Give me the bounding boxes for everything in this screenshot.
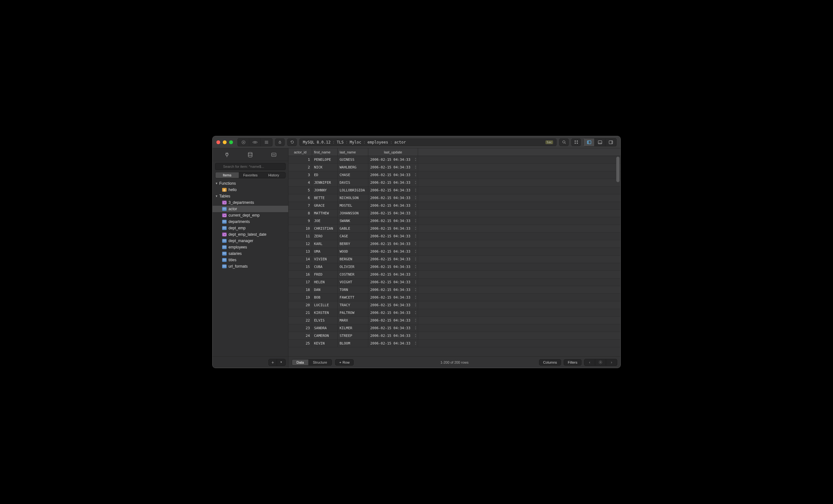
cell-last-update[interactable]: 2006-02-15 04:34:33▲▼	[368, 271, 418, 278]
cell-last-update[interactable]: 2006-02-15 04:34:33▲▼	[368, 156, 418, 163]
cell-last-name[interactable]: JOHANSSON	[338, 209, 368, 217]
cell-actor-id[interactable]: 15	[288, 263, 312, 271]
cell-actor-id[interactable]: 22	[288, 317, 312, 324]
datetime-stepper[interactable]: ▲▼	[414, 318, 417, 322]
cell-first-name[interactable]: JOE	[312, 217, 338, 225]
cell-last-name[interactable]: VOIGHT	[338, 278, 368, 286]
tree-section-functions[interactable]: ▼ Functions	[213, 180, 288, 186]
column-header-first-name[interactable]: first_name	[312, 148, 338, 156]
segment-favorites[interactable]: Favorites	[239, 172, 262, 178]
cell-last-update[interactable]: 2006-02-15 04:34:33▲▼	[368, 209, 418, 217]
datetime-stepper[interactable]: ▲▼	[414, 203, 417, 207]
tree-item-dept_manager[interactable]: dept_manager	[213, 238, 288, 244]
cell-last-update[interactable]: 2006-02-15 04:34:33▲▼	[368, 171, 418, 179]
cell-first-name[interactable]: HELEN	[312, 278, 338, 286]
table-row[interactable]: 2NICKWAHLBERG2006-02-15 04:34:33▲▼	[288, 163, 620, 171]
table-row[interactable]: 4JENNIFERDAVIS2006-02-15 04:34:33▲▼	[288, 179, 620, 186]
view-mode-structure[interactable]: Structure	[308, 359, 332, 365]
cell-first-name[interactable]: VIVIEN	[312, 255, 338, 263]
cell-last-name[interactable]: BERRY	[338, 240, 368, 248]
cell-last-update[interactable]: 2006-02-15 04:34:33▲▼	[368, 186, 418, 194]
cell-actor-id[interactable]: 8	[288, 209, 312, 217]
tree-item-dept_emp[interactable]: dept_emp	[213, 225, 288, 231]
segment-history[interactable]: History	[262, 172, 285, 178]
datetime-stepper[interactable]: ▲▼	[414, 264, 417, 269]
table-row[interactable]: 20LUCILLETRACY2006-02-15 04:34:33▲▼	[288, 301, 620, 309]
cell-last-update[interactable]: 2006-02-15 04:34:33▲▼	[368, 278, 418, 286]
tree-item-3_departments[interactable]: 3_departments	[213, 199, 288, 206]
cell-last-name[interactable]: NICHOLSON	[338, 194, 368, 202]
cell-first-name[interactable]: MATTHEW	[312, 209, 338, 217]
datetime-stepper[interactable]: ▲▼	[414, 180, 417, 184]
cell-last-update[interactable]: 2006-02-15 04:34:33▲▼	[368, 232, 418, 240]
cell-first-name[interactable]: BOB	[312, 294, 338, 301]
cell-last-name[interactable]: SWANK	[338, 217, 368, 225]
close-window-button[interactable]	[216, 140, 220, 144]
cell-last-name[interactable]: TRACY	[338, 301, 368, 309]
table-row[interactable]: 9JOESWANK2006-02-15 04:34:33▲▼	[288, 217, 620, 225]
cell-actor-id[interactable]: 2	[288, 163, 312, 171]
cell-actor-id[interactable]: 19	[288, 294, 312, 301]
datetime-stepper[interactable]: ▲▼	[414, 157, 417, 161]
table-row[interactable]: 19BOBFAWCETT2006-02-15 04:34:33▲▼	[288, 294, 620, 301]
filters-button[interactable]: Filters	[564, 359, 581, 366]
toggle-bottom-panel-button[interactable]	[595, 138, 605, 146]
cell-last-name[interactable]: FAWCETT	[338, 294, 368, 301]
cell-last-update[interactable]: 2006-02-15 04:34:33▲▼	[368, 301, 418, 309]
column-header-last-update[interactable]: last_update	[368, 148, 418, 156]
datetime-stepper[interactable]: ▲▼	[414, 219, 417, 223]
cell-last-name[interactable]: MOSTEL	[338, 202, 368, 209]
table-row[interactable]: 1PENELOPEGUINESS2006-02-15 04:34:33▲▼	[288, 156, 620, 163]
grid-button[interactable]	[571, 138, 581, 146]
preview-button[interactable]	[249, 138, 261, 146]
datetime-stepper[interactable]: ▲▼	[414, 333, 417, 337]
cell-actor-id[interactable]: 3	[288, 171, 312, 179]
datetime-stepper[interactable]: ▲▼	[414, 234, 417, 238]
column-header-actor-id[interactable]: actor_id	[288, 148, 312, 156]
cell-last-update[interactable]: 2006-02-15 04:34:33▲▼	[368, 163, 418, 171]
cell-last-name[interactable]: OLIVIER	[338, 263, 368, 271]
cell-first-name[interactable]: KIRSTEN	[312, 309, 338, 317]
maximize-window-button[interactable]	[229, 140, 233, 144]
table-row[interactable]: 14VIVIENBERGEN2006-02-15 04:34:33▲▼	[288, 255, 620, 263]
tree-item-actor[interactable]: actor	[213, 206, 288, 212]
cell-first-name[interactable]: JOHNNY	[312, 186, 338, 194]
cell-last-update[interactable]: 2006-02-15 04:34:33▲▼	[368, 179, 418, 186]
tree-item-employees[interactable]: employees	[213, 244, 288, 250]
cell-first-name[interactable]: CUBA	[312, 263, 338, 271]
cell-last-name[interactable]: GUINESS	[338, 156, 368, 163]
datetime-stepper[interactable]: ▲▼	[414, 303, 417, 307]
cell-actor-id[interactable]: 14	[288, 255, 312, 263]
datetime-stepper[interactable]: ▲▼	[414, 211, 417, 215]
column-header-last-name[interactable]: last_name	[338, 148, 368, 156]
cell-actor-id[interactable]: 9	[288, 217, 312, 225]
cell-last-update[interactable]: 2006-02-15 04:34:33▲▼	[368, 217, 418, 225]
scrollbar-thumb[interactable]	[616, 157, 619, 182]
add-row-button[interactable]: + Row	[335, 359, 354, 366]
cell-actor-id[interactable]: 13	[288, 248, 312, 255]
cell-actor-id[interactable]: 4	[288, 179, 312, 186]
datetime-stepper[interactable]: ▲▼	[414, 272, 417, 276]
cell-last-name[interactable]: COSTNER	[338, 271, 368, 278]
refresh-button[interactable]	[287, 138, 297, 146]
tree-section-tables[interactable]: ▼ Tables	[213, 193, 288, 199]
datetime-stepper[interactable]: ▲▼	[414, 188, 417, 192]
cell-last-name[interactable]: MARX	[338, 317, 368, 324]
table-row[interactable]: 21KIRSTENPALTROW2006-02-15 04:34:33▲▼	[288, 309, 620, 317]
datetime-stepper[interactable]: ▲▼	[414, 326, 417, 330]
cell-first-name[interactable]: PENELOPE	[312, 156, 338, 163]
cell-first-name[interactable]: NICK	[312, 163, 338, 171]
tree-item-function[interactable]: ()hello	[213, 186, 288, 193]
table-body[interactable]: 1PENELOPEGUINESS2006-02-15 04:34:33▲▼2NI…	[288, 156, 620, 356]
segment-items[interactable]: Items	[215, 172, 239, 178]
tree-item-titles[interactable]: titles	[213, 257, 288, 263]
cell-first-name[interactable]: CAMERON	[312, 332, 338, 339]
cell-actor-id[interactable]: 5	[288, 186, 312, 194]
cell-actor-id[interactable]: 24	[288, 332, 312, 339]
table-row[interactable]: 13UMAWOOD2006-02-15 04:34:33▲▼	[288, 248, 620, 255]
tree-item-salaries[interactable]: salaries	[213, 250, 288, 257]
table-row[interactable]: 25KEVINBLOOM2006-02-15 04:34:33▲▼	[288, 340, 620, 347]
tree-item-departments[interactable]: departments	[213, 219, 288, 225]
cell-first-name[interactable]: ELVIS	[312, 317, 338, 324]
cell-first-name[interactable]: SANDRA	[312, 324, 338, 332]
